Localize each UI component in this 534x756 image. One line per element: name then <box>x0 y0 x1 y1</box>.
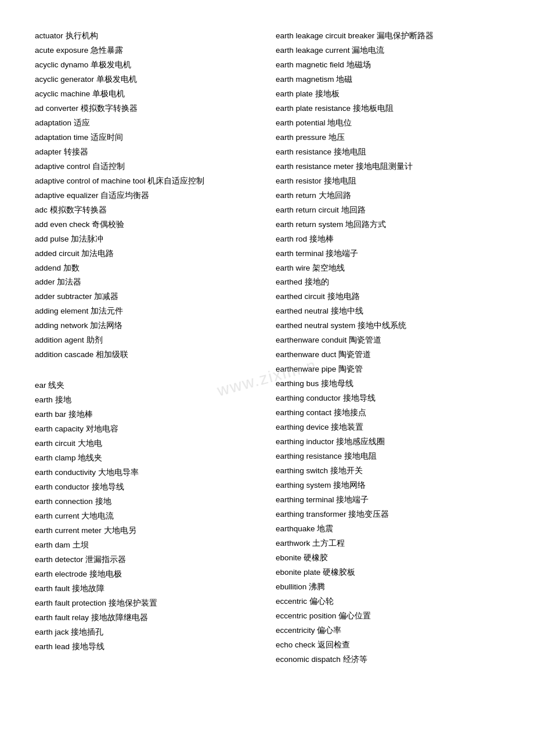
list-item: adapter 转接器 <box>35 145 258 160</box>
chinese-term: 地电位 <box>327 118 352 127</box>
chinese-term: 单极发电机 <box>96 75 137 84</box>
english-term: earth current <box>35 512 81 520</box>
english-term: adder <box>35 278 57 286</box>
list-item: earthwork 土方工程 <box>276 537 499 551</box>
chinese-term: 接地 <box>55 395 71 404</box>
list-item: earthed neutral 接地中线 <box>276 304 499 319</box>
chinese-term: 经济等 <box>343 655 367 664</box>
chinese-term: 地回路 <box>341 206 366 214</box>
list-item: adaptive control 自适控制 <box>35 160 258 174</box>
list-item: earth connection 接地 <box>35 495 258 509</box>
english-term: economic dispatch <box>276 655 343 664</box>
list-item: earthing terminal 接地端子 <box>276 493 499 507</box>
chinese-term: 大地电流 <box>81 512 114 520</box>
list-item: eccentric position 偏心位置 <box>276 609 499 624</box>
english-term: adapter <box>35 147 64 156</box>
list-item: adaptive control of machine tool 机床自适应控制 <box>35 174 258 189</box>
english-term: earth wire <box>276 264 312 272</box>
chinese-term: 接地中线 <box>331 307 363 315</box>
english-term: eccentric <box>276 597 309 606</box>
english-term: earth resistance meter <box>276 162 356 171</box>
list-item: earthquake 地震 <box>276 522 499 537</box>
english-term: earth lead <box>35 642 72 651</box>
english-term: adc <box>35 206 50 214</box>
list-item: earthing resistance 接地电阻 <box>276 449 499 464</box>
list-item: earth clamp 地线夹 <box>35 451 258 466</box>
list-item: earth magnetism 地磁 <box>276 73 499 87</box>
list-item: earth bar 接地棒 <box>35 408 258 422</box>
list-item: add even check 奇偶校验 <box>35 218 258 232</box>
chinese-term: 接地电阻 <box>324 177 356 185</box>
list-item: earth dam 土坝 <box>35 538 258 553</box>
english-term: acyclic dynamo <box>35 60 91 69</box>
list-item: earth current 大地电流 <box>35 509 258 524</box>
list-item: economic dispatch 经济等 <box>276 653 499 667</box>
list-item: adder subtracter 加减器 <box>35 290 258 304</box>
chinese-term: 接地的 <box>305 278 329 286</box>
english-term: earth magnetism <box>276 75 336 84</box>
list-item: earth pressure 地压 <box>276 131 499 145</box>
list-item: acyclic dynamo 单极发电机 <box>35 58 258 73</box>
chinese-term: 偏心率 <box>317 626 341 635</box>
english-term: earth rod <box>276 235 309 243</box>
list-item: earthenware pipe 陶瓷管 <box>276 362 499 377</box>
chinese-term: 对地电容 <box>86 424 118 433</box>
english-term: adaptation time <box>35 133 91 142</box>
english-term: earthing terminal <box>276 495 336 504</box>
chinese-term: 奇偶校验 <box>92 220 124 229</box>
chinese-term: 适应 <box>74 118 90 127</box>
list-item: earth fault relay 接地故障继电器 <box>35 611 258 625</box>
english-term: acyclic generator <box>35 75 96 84</box>
list-item: earth 接地 <box>35 393 258 408</box>
chinese-term: 接地故障继电器 <box>91 613 148 622</box>
chinese-term: 接地 <box>95 497 111 506</box>
list-item: adaptive equalizer 自适应均衡器 <box>35 189 258 203</box>
english-term: adder subtracter <box>35 292 94 301</box>
english-term: earth return <box>276 191 319 200</box>
list-item: earthenware duct 陶瓷管道 <box>276 348 499 362</box>
list-item: earth detector 泄漏指示器 <box>35 553 258 567</box>
english-term: earth leakage circuit breaker <box>276 31 377 40</box>
chinese-term: 接地保护装置 <box>109 599 157 607</box>
english-term: actuator <box>35 31 66 40</box>
chinese-term: 陶瓷管 <box>338 365 363 373</box>
list-item: earth magnetic field 地磁场 <box>276 58 499 73</box>
chinese-term: 沸腾 <box>309 582 325 591</box>
english-term: ebonite <box>276 553 304 562</box>
english-term: earth bar <box>35 410 68 419</box>
english-term: adaptation <box>35 118 74 127</box>
english-term: earthing resistance <box>276 452 344 460</box>
english-term: earth magnetic field <box>276 60 347 69</box>
chinese-term: 大地电 <box>78 439 102 448</box>
chinese-term: 加法网络 <box>90 321 122 330</box>
chinese-term: 陶瓷管道 <box>338 350 371 359</box>
english-term: earthing transformer <box>276 510 348 519</box>
chinese-term: 转接器 <box>64 147 88 156</box>
list-item: addend 加数 <box>35 261 258 276</box>
english-term: earth fault protection <box>35 599 109 607</box>
list-item: earthing transformer 接地变压器 <box>276 507 499 522</box>
english-term: added circuit <box>35 249 81 258</box>
chinese-term: 接地端子 <box>336 495 369 504</box>
english-term: earth detector <box>35 555 85 564</box>
chinese-term: 地震 <box>317 524 333 533</box>
list-item: earth resistance 接地电阻 <box>276 145 499 160</box>
chinese-term: 接地端子 <box>326 249 358 258</box>
english-term: earth circuit <box>35 439 78 448</box>
list-item: adc 模拟数字转换器 <box>35 203 258 218</box>
chinese-term: 模拟数字转换器 <box>50 206 107 214</box>
english-term: eccentricity <box>276 626 317 635</box>
list-item: earth return system 地回路方式 <box>276 218 499 232</box>
list-item: adaptation 适应 <box>35 116 258 131</box>
english-term: earthing contact <box>276 408 334 417</box>
english-term: earthed <box>276 278 305 286</box>
chinese-term: 接地接点 <box>334 408 366 417</box>
english-term: earth current meter <box>35 526 104 535</box>
chinese-term: 硬橡胶板 <box>323 568 355 577</box>
chinese-term: 接地中线系统 <box>358 321 406 330</box>
english-term: earthing bus <box>276 379 321 388</box>
english-term: earth clamp <box>35 453 78 462</box>
chinese-term: 返回检查 <box>317 640 350 649</box>
list-item: add pulse 加法脉冲 <box>35 232 258 247</box>
english-term: addend <box>35 264 63 272</box>
